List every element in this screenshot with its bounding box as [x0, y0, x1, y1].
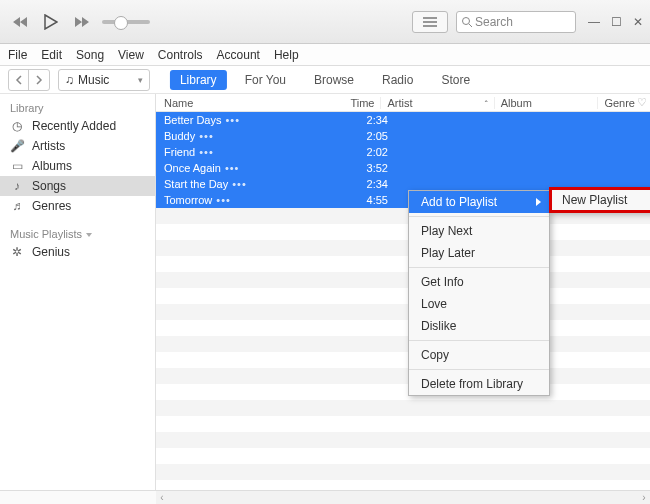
prev-track-button[interactable]: [12, 13, 30, 31]
track-name: Once Again: [164, 162, 221, 174]
note-icon: ♪: [10, 179, 24, 193]
col-time[interactable]: Time: [337, 97, 381, 109]
scroll-left-icon[interactable]: ‹: [156, 491, 168, 504]
track-time: 2:34: [348, 114, 394, 126]
sidebar-item-label: Genius: [32, 245, 70, 259]
table-row[interactable]: Once Again•••3:52: [156, 160, 650, 176]
context-menu-item[interactable]: Copy: [409, 344, 549, 366]
sidebar-item-artists[interactable]: 🎤 Artists: [0, 136, 155, 156]
col-name[interactable]: Name: [156, 97, 337, 109]
back-button[interactable]: [9, 70, 29, 90]
tab-radio[interactable]: Radio: [372, 70, 423, 90]
sidebar-item-recently-added[interactable]: ◷ Recently Added: [0, 116, 155, 136]
context-menu-item[interactable]: Dislike: [409, 315, 549, 337]
sidebar-item-albums[interactable]: ▭ Albums: [0, 156, 155, 176]
sidebar: Library ◷ Recently Added 🎤 Artists ▭ Alb…: [0, 94, 156, 490]
more-icon[interactable]: •••: [216, 194, 231, 206]
context-menu: Add to PlaylistPlay NextPlay LaterGet In…: [408, 190, 550, 396]
context-menu-item[interactable]: Delete from Library: [409, 373, 549, 395]
album-icon: ▭: [10, 159, 24, 173]
tab-browse[interactable]: Browse: [304, 70, 364, 90]
context-menu-item[interactable]: Get Info: [409, 271, 549, 293]
track-time: 2:05: [348, 130, 394, 142]
scroll-right-icon[interactable]: ›: [638, 491, 650, 504]
svg-line-1: [469, 24, 472, 27]
track-name: Friend: [164, 146, 195, 158]
col-artist[interactable]: Artistˆ: [380, 97, 493, 109]
track-time: 3:52: [348, 162, 394, 174]
navigation-bar: ♫ Music ▾ Library For You Browse Radio S…: [0, 66, 650, 94]
source-label: Music: [78, 73, 109, 87]
sidebar-item-label: Recently Added: [32, 119, 116, 133]
table-row[interactable]: Better Days•••2:34: [156, 112, 650, 128]
table-row[interactable]: Friend•••2:02: [156, 144, 650, 160]
sidebar-item-genres[interactable]: ♬ Genres: [0, 196, 155, 216]
search-input[interactable]: Search: [456, 11, 576, 33]
minimize-button[interactable]: —: [588, 15, 600, 29]
music-icon: ♫: [65, 73, 74, 87]
tab-for-you[interactable]: For You: [235, 70, 296, 90]
sidebar-item-label: Artists: [32, 139, 65, 153]
horizontal-scrollbar[interactable]: ‹ ›: [156, 491, 650, 504]
context-menu-item[interactable]: Add to Playlist: [409, 191, 549, 213]
menu-separator: [409, 216, 549, 217]
menu-account[interactable]: Account: [217, 48, 260, 62]
context-menu-item[interactable]: Play Next: [409, 220, 549, 242]
tab-store[interactable]: Store: [431, 70, 480, 90]
titlebar: Search — ☐ ✕: [0, 0, 650, 44]
mic-icon: 🎤: [10, 139, 24, 153]
menu-edit[interactable]: Edit: [41, 48, 62, 62]
list-view-button[interactable]: [412, 11, 448, 33]
sidebar-item-songs[interactable]: ♪ Songs: [0, 176, 155, 196]
media-source-select[interactable]: ♫ Music ▾: [58, 69, 150, 91]
more-icon[interactable]: •••: [232, 178, 247, 190]
track-name: Start the Day: [164, 178, 228, 190]
close-button[interactable]: ✕: [632, 15, 644, 29]
volume-slider[interactable]: [102, 20, 150, 24]
menu-separator: [409, 369, 549, 370]
col-genre[interactable]: Genre: [597, 97, 635, 109]
table-row[interactable]: Buddy•••2:05: [156, 128, 650, 144]
more-icon[interactable]: •••: [199, 146, 214, 158]
menubar: File Edit Song View Controls Account Hel…: [0, 44, 650, 66]
sidebar-item-label: Songs: [32, 179, 66, 193]
sidebar-item-genius[interactable]: ✲ Genius: [0, 242, 155, 262]
menu-controls[interactable]: Controls: [158, 48, 203, 62]
menu-file[interactable]: File: [8, 48, 27, 62]
menu-song[interactable]: Song: [76, 48, 104, 62]
search-placeholder: Search: [475, 15, 513, 29]
top-tabs: Library For You Browse Radio Store: [170, 70, 480, 90]
bottom-bar: ‹ ›: [0, 490, 650, 504]
sidebar-item-label: Albums: [32, 159, 72, 173]
menu-help[interactable]: Help: [274, 48, 299, 62]
more-icon[interactable]: •••: [225, 114, 240, 126]
chevron-updown-icon: ▾: [138, 75, 143, 85]
context-menu-item[interactable]: Play Later: [409, 242, 549, 264]
more-icon[interactable]: •••: [225, 162, 240, 174]
col-loved[interactable]: ♡: [635, 96, 650, 109]
context-submenu-new-playlist[interactable]: New Playlist: [549, 187, 650, 213]
forward-button[interactable]: [29, 70, 49, 90]
search-icon: [461, 16, 473, 28]
col-album[interactable]: Album: [494, 97, 598, 109]
sort-indicator-icon: ˆ: [485, 99, 488, 109]
track-time: 2:02: [348, 146, 394, 158]
sidebar-head-playlists[interactable]: Music Playlists: [0, 224, 155, 242]
menu-separator: [409, 340, 549, 341]
menu-separator: [409, 267, 549, 268]
context-menu-item[interactable]: Love: [409, 293, 549, 315]
maximize-button[interactable]: ☐: [610, 15, 622, 29]
next-track-button[interactable]: [72, 13, 90, 31]
clock-icon: ◷: [10, 119, 24, 133]
track-time: 4:55: [348, 194, 394, 206]
genres-icon: ♬: [10, 199, 24, 213]
track-list: Name Time Artistˆ Album Genre ♡ Better D…: [156, 94, 650, 490]
play-button[interactable]: [42, 13, 60, 31]
track-time: 2:34: [348, 178, 394, 190]
track-name: Tomorrow: [164, 194, 212, 206]
submenu-arrow-icon: [536, 198, 541, 206]
svg-point-0: [463, 17, 470, 24]
tab-library[interactable]: Library: [170, 70, 227, 90]
menu-view[interactable]: View: [118, 48, 144, 62]
more-icon[interactable]: •••: [199, 130, 214, 142]
